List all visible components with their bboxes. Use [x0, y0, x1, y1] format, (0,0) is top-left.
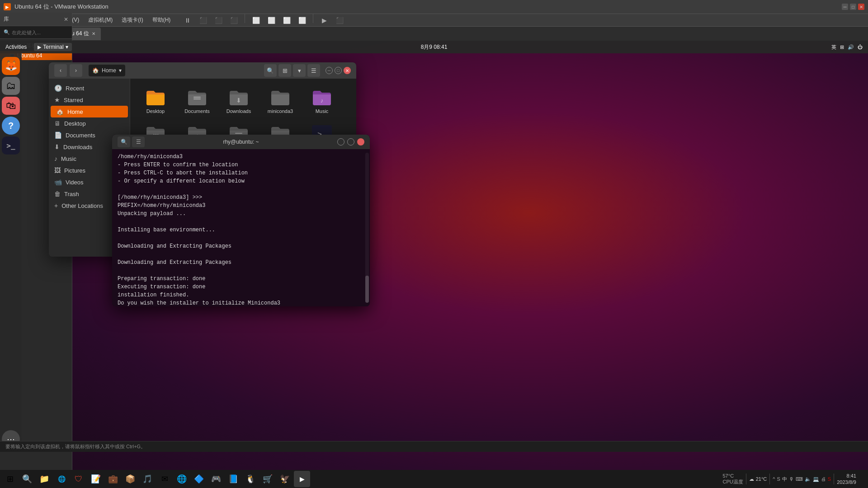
sidebar-search-input[interactable] — [12, 30, 68, 35]
menu-help[interactable]: 帮助(H) — [149, 15, 175, 25]
term-spacer-3 — [118, 234, 364, 242]
fm-view-button[interactable]: ⊞ — [278, 64, 291, 77]
fm-window-controls: ─ □ ✕ — [326, 64, 351, 77]
term-line-3: - Or specify a different location below — [118, 177, 364, 185]
win-task11[interactable]: 🐧 — [242, 471, 259, 487]
fm-sort-button[interactable]: ▾ — [293, 64, 306, 77]
weather-temp: 21°C — [756, 476, 767, 482]
dock-files[interactable]: 🗂 — [2, 77, 20, 95]
win-task6[interactable]: ✉ — [156, 471, 173, 487]
win-task4[interactable]: 📦 — [122, 471, 138, 487]
toolbar-btn-4[interactable]: ⬜ — [280, 14, 293, 27]
cpu-temp-display: 57°C CPU温度 — [723, 473, 743, 485]
vmware-title: Ubuntu 64 位 - VMware Workstation — [14, 3, 108, 11]
win-search-button[interactable]: 🔍 — [19, 471, 35, 487]
win-edge-button[interactable]: 🌐 — [53, 471, 70, 487]
win-vmware-button[interactable]: ▶ — [294, 471, 310, 487]
minimize-button[interactable]: ─ — [842, 4, 848, 10]
expand-tray-icon[interactable]: ^ — [773, 476, 775, 482]
folder-music[interactable]: ♪ Music — [304, 86, 340, 117]
fm-sidebar-home[interactable]: 🏠 Home — [51, 106, 128, 117]
win-task7[interactable]: 🌐 — [174, 471, 190, 487]
win-start-button[interactable]: ⊞ — [2, 471, 18, 487]
folder-miniconda3[interactable]: miniconda3 — [262, 86, 298, 117]
show-desktop-button[interactable] — [859, 471, 863, 487]
svg-rect-1 — [193, 99, 201, 99]
term-maximize-button[interactable] — [347, 138, 354, 145]
fm-nav-controls: ‹ › 🏠 Home ▾ — [54, 64, 129, 77]
win-task5[interactable]: 🎵 — [139, 471, 156, 487]
dock-firefox[interactable]: 🦊 — [2, 57, 20, 75]
term-menu-button[interactable]: ☰ — [132, 136, 145, 147]
fm-search-button[interactable]: 🔍 — [264, 64, 277, 77]
windows-clock: 8:41 2023/8/9 — [837, 473, 856, 486]
folder-music-label: Music — [316, 108, 329, 114]
fm-minimize-button[interactable]: ─ — [326, 67, 333, 74]
fm-sidebar-recent[interactable]: 🕐 Recent — [49, 82, 130, 94]
term-minimize-button[interactable] — [337, 138, 344, 145]
unity-button[interactable]: ⬜ — [265, 14, 278, 27]
console-button[interactable]: ▶ — [318, 14, 330, 27]
folder-miniconda3-icon — [269, 89, 291, 107]
ubuntu-tab-close[interactable]: ✕ — [92, 31, 95, 36]
term-scrollbar-thumb[interactable] — [365, 276, 369, 303]
fullscreen-button[interactable]: ⬜ — [250, 14, 262, 27]
term-search-button[interactable]: 🔍 — [118, 136, 130, 147]
term-body[interactable]: /home/rhy/miniconda3 - Press ENTER to co… — [112, 149, 370, 306]
win-task8[interactable]: 🔷 — [191, 471, 207, 487]
panel-right: 英 ⊞ 🔊 ⏻ — [831, 44, 863, 51]
term-scrollbar[interactable] — [365, 153, 369, 303]
fm-back-button[interactable]: ‹ — [54, 64, 67, 77]
location-dropdown-icon[interactable]: ▾ — [119, 67, 122, 74]
folder-downloads[interactable]: ⬇ Downloads — [221, 86, 257, 117]
tray-lang-cn: 中 — [782, 476, 787, 483]
toolbar-btn-5[interactable]: ⬜ — [296, 14, 308, 27]
menu-tabs[interactable]: 选项卡(I) — [118, 15, 146, 25]
power-icon: ⏻ — [858, 44, 863, 50]
dock-help[interactable]: ? — [2, 117, 20, 135]
win-task3[interactable]: 💼 — [105, 471, 121, 487]
tray-print-icon: 🖨 — [821, 476, 826, 482]
ubuntu-vm-area[interactable]: Activities ▶ Terminal ▾ 8月9 08:41 英 ⊞ 🔊 — [0, 41, 868, 470]
win-task13[interactable]: 🦅 — [277, 471, 293, 487]
fm-close-button[interactable]: ✕ — [344, 67, 351, 74]
toolbar-btn-6[interactable]: ⬛ — [333, 14, 346, 27]
terminal-window[interactable]: 🔍 ☰ rhy@ubuntu: ~ — [112, 135, 370, 306]
fm-sidebar-desktop[interactable]: 🖥 Desktop — [49, 117, 130, 129]
panel-datetime: 8月9 08:41 — [421, 43, 448, 51]
folder-desktop[interactable]: Desktop — [137, 86, 174, 117]
win-task12[interactable]: 🛒 — [259, 471, 276, 487]
dock-terminal[interactable]: >_ — [2, 136, 20, 155]
terminal-label: Terminal — [43, 44, 63, 50]
menu-vm[interactable]: 虚拟机(M) — [85, 15, 116, 25]
tray-volume-icon[interactable]: 🔈 — [805, 476, 811, 482]
toolbar-btn-3[interactable]: ⬛ — [227, 14, 240, 27]
pause-button[interactable]: ⏸ — [181, 14, 194, 27]
fm-location-bar[interactable]: 🏠 Home ▾ — [89, 65, 125, 76]
maximize-button[interactable]: □ — [850, 4, 856, 10]
win-files-button[interactable]: 📁 — [36, 471, 52, 487]
toolbar-btn-2[interactable]: ⬛ — [212, 14, 225, 27]
fm-maximize-button[interactable]: □ — [335, 67, 342, 74]
win-task10[interactable]: 📘 — [225, 471, 241, 487]
term-line-7: Installing base environment... — [118, 226, 364, 234]
fm-forward-button[interactable]: › — [70, 64, 82, 77]
win-antivirus-button[interactable]: 🛡 — [71, 471, 87, 487]
activities-button[interactable]: Activities — [5, 44, 27, 50]
fm-sidebar-starred[interactable]: ★ Starred — [49, 94, 130, 106]
recent-icon: 🕐 — [54, 84, 62, 92]
term-close-button[interactable] — [357, 138, 364, 145]
vmware-menubar: 文件(F) 编辑(E) 查看(V) 虚拟机(M) 选项卡(I) 帮助(H) ⏸ … — [0, 14, 868, 26]
toolbar-btn-1[interactable]: ⬛ — [197, 14, 209, 27]
terminal-menu-item[interactable]: ▶ Terminal ▾ — [34, 43, 71, 51]
tray-icon-1: S — [777, 476, 780, 482]
win-task9[interactable]: 🎮 — [208, 471, 224, 487]
ubuntu-top-panel: Activities ▶ Terminal ▾ 8月9 08:41 英 ⊞ 🔊 — [0, 41, 868, 53]
folder-documents[interactable]: Documents — [179, 86, 215, 117]
win-vscode-button[interactable]: 📝 — [88, 471, 104, 487]
dock-snapstore[interactable]: 🛍 — [2, 97, 20, 115]
close-button[interactable]: ✕ — [858, 4, 864, 10]
ubuntu-desktop[interactable]: ‹ › 🏠 Home ▾ 🔍 — [22, 53, 868, 452]
sidebar-search-box[interactable]: 🔍 — [0, 26, 72, 39]
fm-menu-button[interactable]: ☰ — [307, 64, 320, 77]
